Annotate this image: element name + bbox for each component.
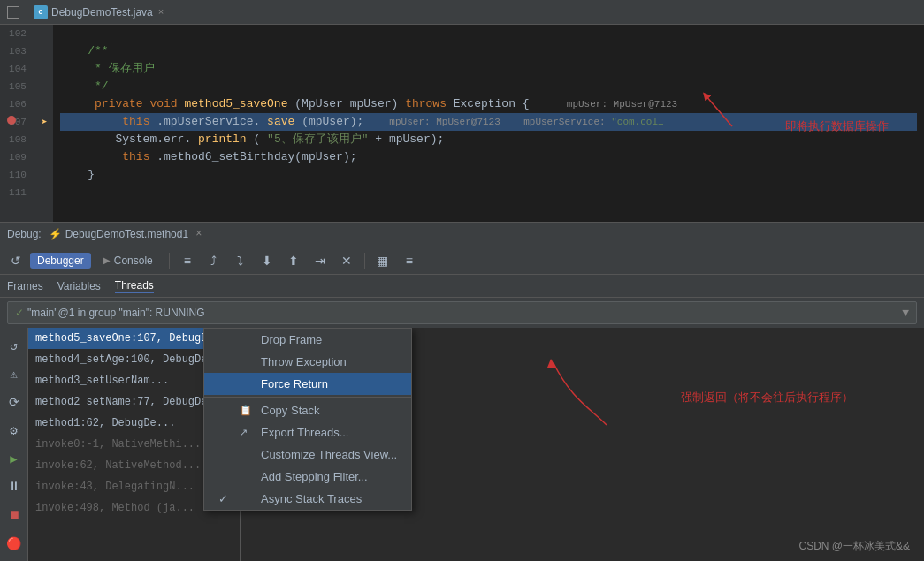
annotation-text: 即将执行数据库操作	[785, 118, 889, 134]
debug-session: ⚡ DebugDemoTest.method1	[49, 228, 188, 240]
step-over-btn[interactable]: ⤴	[202, 250, 226, 271]
tab-debugger[interactable]: Debugger	[30, 253, 91, 269]
frames-list-area: ↺ ⚠ ⟳ ⚙ ▶ ⏸ ⏹ 🔴 method5_saveOne:107, Deb…	[0, 328, 924, 561]
debug-tab-bar: Debug: ⚡ DebugDemoTest.method1 ×	[0, 222, 924, 246]
code-line-109: this .method6_setBirthday(mpUser);	[60, 148, 917, 166]
sidebar-stop-btn[interactable]: ⏹	[2, 503, 27, 527]
toolbar-separator2	[364, 253, 365, 269]
line-numbers: 102 103 104 105 106 107 108 109 110 111	[0, 25, 35, 222]
tab-close-button[interactable]: ×	[158, 7, 164, 18]
ctx-check-copy	[218, 404, 233, 417]
line-num-110: 110	[5, 166, 30, 184]
ctx-force-return[interactable]: Force Return	[204, 373, 411, 395]
thread-dropdown-icon[interactable]: ▼	[902, 307, 909, 320]
tab-debugger-label: Debugger	[37, 254, 84, 267]
gutter-line	[35, 25, 53, 42]
context-menu: Drop Frame Throw Exception Force Return …	[203, 328, 412, 511]
ctx-label-force-return: Force Return	[261, 377, 328, 390]
ctx-check-async: ✓	[218, 492, 233, 505]
comment-text: /**	[60, 44, 109, 57]
step-into-btn[interactable]: ⤵	[228, 250, 253, 271]
evaluate-btn[interactable]: ✕	[334, 250, 359, 271]
code-text: (	[253, 133, 260, 146]
tab-console[interactable]: ▶ Console	[96, 253, 160, 269]
line-num-105: 105	[5, 78, 30, 95]
ctx-check-stepping	[218, 470, 233, 483]
watermark: CSDN @一杯冰美式&&	[798, 539, 910, 554]
step-out-btn[interactable]: ⬆	[281, 250, 306, 271]
method-save: save	[267, 115, 294, 128]
toolbar-separator	[169, 253, 170, 269]
editor-annotation: 即将执行数据库操作	[732, 109, 889, 144]
code-text: .mpUserService.	[157, 115, 260, 128]
ctx-check-force	[218, 377, 233, 390]
ctx-check-export	[218, 426, 233, 439]
debug-sidebar: ↺ ⚠ ⟳ ⚙ ▶ ⏸ ⏹ 🔴	[0, 328, 28, 561]
restart-button[interactable]: ↺	[4, 250, 28, 271]
ctx-check-drop	[218, 333, 233, 346]
gutter-line	[35, 184, 53, 201]
ctx-label-add-stepping: Add Stepping Filter...	[261, 470, 368, 483]
sub-tab-threads[interactable]: Threads	[115, 279, 154, 293]
console-icon: ▶	[103, 255, 111, 265]
run-to-cursor-btn[interactable]: ⇥	[308, 250, 332, 271]
thread-label: "main"@1 in group "main": RUNNING	[27, 307, 895, 319]
ctx-add-stepping[interactable]: Add Stepping Filter...	[204, 466, 411, 488]
sidebar-play-btn[interactable]: ▶	[2, 446, 27, 471]
gutter-line	[35, 60, 53, 78]
debug-session-close[interactable]: ×	[195, 228, 202, 240]
ctx-copy-stack[interactable]: 📋 Copy Stack	[204, 399, 411, 421]
sidebar-refresh-btn[interactable]: ⟳	[2, 390, 27, 414]
method-println: println	[198, 133, 247, 146]
debug-sub-tabs: Frames Variables Threads	[0, 275, 924, 298]
comment-text: * 保存用户	[60, 62, 155, 75]
comment-text: */	[60, 80, 109, 93]
force-return-annotation: 强制返回（将不会往后执行程序）	[607, 390, 853, 434]
ctx-separator-1	[204, 397, 411, 398]
line-num-102: 102	[5, 25, 30, 42]
sidebar-warn-btn[interactable]: ⚠	[2, 361, 27, 386]
code-lines: /** * 保存用户 */ private void method5_saveO…	[53, 25, 924, 222]
sidebar-settings2-btn[interactable]: ⚙	[2, 418, 27, 443]
code-line-103: /**	[60, 42, 917, 60]
sub-tab-variables[interactable]: Variables	[57, 280, 101, 292]
gutter-line	[35, 148, 53, 166]
ctx-export-threads[interactable]: ↗ Export Threads...	[204, 421, 411, 443]
ctx-label-drop-frame: Drop Frame	[261, 333, 322, 346]
settings-btn[interactable]: ≡	[397, 250, 422, 271]
line-num-109: 109	[5, 148, 30, 166]
code-text: }	[60, 168, 95, 181]
keyword: private void	[95, 97, 184, 110]
thread-selector[interactable]: ✓ "main"@1 in group "main": RUNNING ▼	[7, 301, 917, 324]
thread-check-icon: ✓	[15, 307, 24, 319]
code-line-105: */	[60, 78, 917, 95]
debug-inline-info-107: mpUser: MpUser@7123 mpUserService: "com.…	[378, 117, 663, 127]
gutter-line	[35, 78, 53, 95]
restore-layout-btn[interactable]: ▦	[370, 250, 395, 271]
gutter-line	[35, 166, 53, 184]
show-frames-btn[interactable]: ≡	[175, 250, 200, 271]
ctx-throw-exception[interactable]: Throw Exception	[204, 351, 411, 373]
sidebar-mute-btn[interactable]: 🔴	[2, 531, 27, 556]
window-controls	[7, 6, 27, 19]
ctx-label-throw-exception: Throw Exception	[261, 355, 347, 368]
sub-tab-frames[interactable]: Frames	[7, 280, 43, 292]
ctx-icon-export: ↗	[240, 427, 254, 438]
keyword-throws: throws	[405, 97, 447, 110]
line-num-106: 106	[5, 95, 30, 113]
annotation-arrow-svg	[732, 109, 785, 144]
sidebar-resume-btn[interactable]: ↺	[2, 333, 27, 358]
code-text: Exception {	[454, 97, 530, 110]
gutter-arrow: ➤	[35, 113, 53, 131]
sidebar-pause-btn[interactable]: ⏸	[2, 474, 27, 499]
file-type-icon: c	[34, 5, 48, 19]
force-step-into-btn[interactable]: ⬇	[255, 250, 279, 271]
debug-panel: Debug: ⚡ DebugDemoTest.method1 × ↺ Debug…	[0, 222, 924, 561]
editor-tab-bar: c DebugDemoTest.java ×	[0, 0, 924, 25]
ctx-label-copy-stack: Copy Stack	[261, 404, 319, 417]
ctx-async-stack[interactable]: ✓ Async Stack Traces	[204, 488, 411, 510]
window-control-box[interactable]	[7, 6, 19, 19]
main-window: c DebugDemoTest.java × 102 103 104 105 1…	[0, 0, 924, 561]
ctx-drop-frame[interactable]: Drop Frame	[204, 329, 411, 351]
ctx-customize-threads[interactable]: Customize Threads View...	[204, 443, 411, 466]
